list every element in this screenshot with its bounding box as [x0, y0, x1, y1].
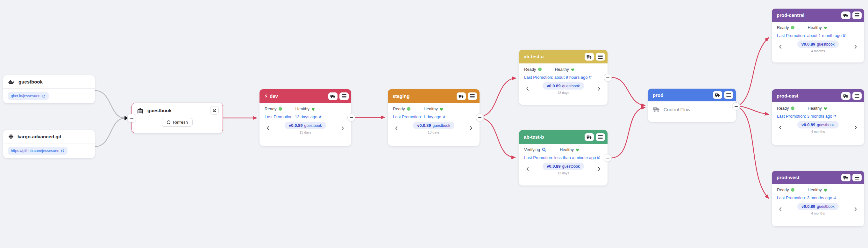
docker-icon [8, 79, 14, 84]
promote-button[interactable] [585, 133, 594, 141]
truck-icon [653, 107, 660, 112]
warehouse-icon [137, 107, 144, 113]
last-promotion-link[interactable]: Last Promotion: 1 day ago [393, 114, 445, 119]
promote-button[interactable] [841, 174, 850, 182]
chevron-right-icon[interactable] [852, 124, 859, 131]
truck-icon [843, 175, 848, 180]
menu-button[interactable] [596, 53, 605, 60]
stage-header: dev [259, 89, 351, 103]
lightning-icon [264, 94, 268, 99]
status-row: Ready Healthy [393, 107, 474, 111]
freight-version: v0.0.89 [289, 123, 303, 128]
repo-name: guestbook [19, 79, 43, 84]
promote-button[interactable] [841, 92, 850, 100]
menu-button[interactable] [339, 92, 349, 100]
menu-icon [470, 94, 475, 98]
promote-button[interactable] [841, 11, 850, 19]
chevron-left-icon[interactable] [777, 205, 784, 213]
repo-header: guestbook [3, 75, 95, 89]
menu-icon [598, 55, 603, 59]
freight-chip[interactable]: v0.0.89 guestbook [797, 121, 839, 129]
truck-icon [330, 94, 336, 99]
last-promotion-link[interactable]: Last Promotion: 13 days ago [265, 114, 321, 119]
last-promotion-link[interactable]: Last Promotion: 3 months ago [777, 195, 836, 200]
freight-artifact: guestbook [432, 123, 450, 128]
last-promotion-link[interactable]: Last Promotion: less than a minute ago [524, 155, 600, 160]
chevron-left-icon[interactable] [777, 43, 784, 50]
minus-icon [735, 106, 738, 107]
last-promotion-link[interactable]: Last Promotion: 3 months ago [777, 114, 836, 118]
chevron-right-icon[interactable] [339, 125, 346, 132]
stage-header: ab-test-a [519, 50, 608, 63]
health-label: Healthy [424, 107, 438, 111]
warehouse-open-button[interactable] [210, 106, 219, 115]
truck-icon [843, 94, 848, 98]
menu-icon [598, 135, 603, 139]
promote-button[interactable] [457, 92, 466, 100]
collapse-button-staging[interactable] [476, 113, 484, 121]
freight-chip[interactable]: v0.0.89 guestbook [797, 203, 839, 210]
stage-node-ab-test-a: ab-test-a Ready Healthy [519, 50, 608, 105]
stage-body: Ready Healthy Last Promotion: 13 days ag… [259, 103, 351, 137]
freight-artifact: guestbook [817, 42, 834, 47]
chevron-right-icon[interactable] [852, 205, 859, 213]
stage-name: prod-east [777, 93, 798, 99]
edge-ab-test-a-to-prod [612, 78, 645, 106]
chevron-left-icon[interactable] [777, 124, 784, 131]
collapse-button-prod[interactable] [732, 102, 740, 110]
external-link-icon [597, 156, 600, 159]
repo-link[interactable]: https://github.com/jessesuen [8, 147, 67, 155]
menu-button[interactable] [852, 92, 862, 100]
freight-chip[interactable]: v0.0.89 guestbook [542, 82, 584, 89]
last-promotion-link[interactable]: Last Promotion: about 9 hours ago [524, 75, 592, 80]
freight-version: v0.0.89 [417, 123, 431, 128]
freight-version: v0.0.89 [802, 204, 815, 209]
repo-node-guestbook: guestbook ghcr.io/jessesuen [3, 75, 95, 103]
external-link-icon [212, 108, 217, 112]
repo-link[interactable]: ghcr.io/jessesuen [8, 92, 49, 100]
last-promotion-text: Last Promotion: 3 months ago [777, 195, 832, 200]
menu-icon [855, 94, 859, 98]
chevron-left-icon[interactable] [393, 125, 400, 132]
freight-version: v0.0.89 [547, 84, 560, 88]
last-promotion-text: Last Promotion: about 9 hours ago [524, 75, 587, 80]
health-label: Healthy [808, 25, 822, 30]
menu-button[interactable] [468, 92, 477, 100]
stage-body: Ready Healthy Last Promotion: 3 months a… [772, 102, 864, 136]
collapse-button-dev[interactable] [347, 113, 355, 121]
stage-body: Verifying Healthy Last Promotion: less t… [519, 144, 608, 177]
promote-button[interactable] [713, 91, 722, 99]
chevron-right-icon[interactable] [595, 165, 602, 172]
chevron-left-icon[interactable] [524, 85, 531, 92]
repo-node-kargo-advanced: kargo-advanced.git https://github.com/je… [3, 130, 95, 158]
collapse-button-ab-test-a[interactable] [604, 74, 612, 82]
promote-button[interactable] [585, 53, 594, 60]
stage-node-ab-test-b: ab-test-b Verifying Healthy [519, 130, 608, 186]
chevron-right-icon[interactable] [467, 125, 474, 132]
promote-button[interactable] [328, 92, 338, 100]
collapse-button-ab-test-b[interactable] [604, 154, 612, 162]
menu-button[interactable] [596, 133, 605, 141]
freight-chip[interactable]: v0.0.89 guestbook [797, 40, 839, 48]
menu-icon [726, 93, 731, 97]
minus-icon [606, 78, 610, 78]
menu-button[interactable] [852, 11, 862, 19]
freight-row: v0.0.89 guestbook 13 days [524, 82, 602, 95]
menu-button[interactable] [724, 91, 733, 99]
collapse-button-warehouse[interactable] [127, 114, 136, 122]
truck-icon [715, 93, 720, 97]
health-status: Healthy [296, 107, 315, 111]
freight-chip[interactable]: v0.0.89 guestbook [285, 122, 326, 129]
freight-age: 13 days [428, 130, 440, 134]
heart-icon [440, 107, 444, 111]
freight-chip[interactable]: v0.0.89 guestbook [413, 122, 454, 129]
chevron-right-icon[interactable] [852, 43, 859, 50]
chevron-left-icon[interactable] [265, 125, 272, 132]
last-promotion-link[interactable]: Last Promotion: about 1 month ago [777, 33, 846, 38]
freight-chip[interactable]: v0.0.89 guestbook [542, 163, 584, 170]
refresh-button[interactable]: Refresh [162, 118, 193, 127]
external-link-icon [42, 94, 45, 98]
menu-button[interactable] [852, 174, 862, 182]
chevron-left-icon[interactable] [524, 165, 531, 172]
chevron-right-icon[interactable] [595, 85, 602, 92]
